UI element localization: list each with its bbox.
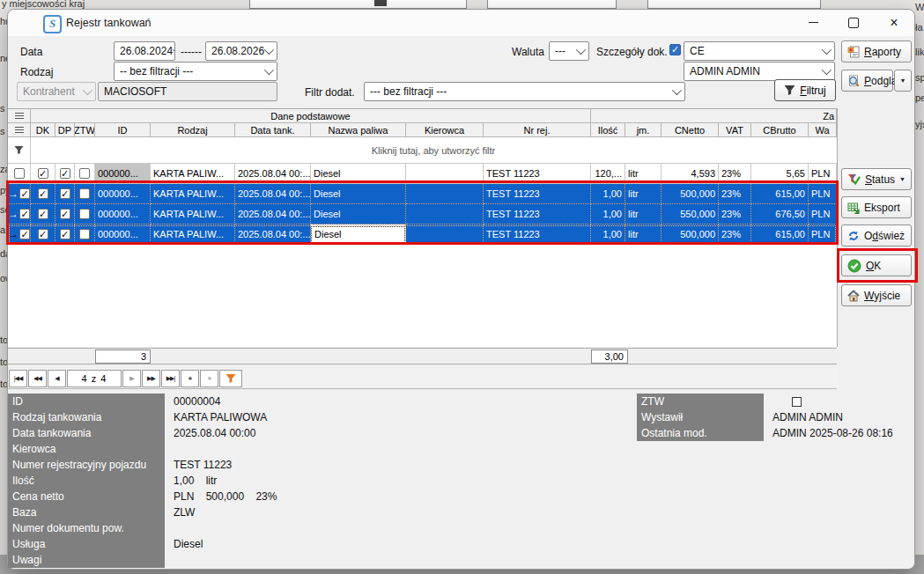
podglad-button[interactable]: Podgląd [841, 70, 893, 92]
column-header-indicator[interactable] [8, 123, 31, 137]
row-indicator-cell[interactable]: →✓ [8, 224, 31, 245]
dk-checkbox[interactable]: ✓ [38, 229, 48, 239]
cell-nr-rej[interactable]: TEST 11223 [484, 224, 591, 245]
ztw-detail-checkbox[interactable] [792, 397, 802, 407]
cell-cbrutto[interactable]: 615,00 [751, 184, 809, 204]
cell-dp[interactable]: ✓ [55, 164, 75, 184]
table-row[interactable]: →✓✓✓000000...KARTA PALIW...2025.08.04 00… [8, 184, 837, 204]
cell-kierowca[interactable] [406, 184, 484, 204]
status-button[interactable]: Status▼ [841, 168, 912, 190]
titlebar[interactable]: S Rejestr tankowań × [8, 10, 914, 36]
close-button[interactable]: × [875, 11, 913, 34]
grid-filter-row[interactable]: Kliknij tutaj, aby utworzyć filtr [8, 137, 837, 164]
cell-ilosc[interactable]: 120,... [591, 164, 625, 184]
cell-waluta[interactable]: PLN [809, 204, 837, 224]
cell-kierowca[interactable] [406, 204, 484, 224]
nav-next-page-button[interactable]: ▶▶ [142, 370, 160, 387]
nav-prior-button[interactable]: ◀ [48, 370, 66, 387]
column-header-jm.[interactable]: jm. [625, 123, 662, 137]
nav-last-button[interactable]: ▶▶| [161, 370, 180, 387]
cell-data-tank[interactable]: 2025.08.04 00:... [235, 164, 311, 184]
cell-cbrutto[interactable]: 676,50 [751, 204, 809, 224]
column-header-ID[interactable]: ID [95, 123, 151, 137]
dk-checkbox[interactable]: ✓ [38, 209, 48, 219]
cell-cbrutto[interactable]: 5,65 [751, 164, 809, 184]
cell-cnetto[interactable]: 550,000 [662, 204, 719, 224]
filter-hint[interactable]: Kliknij tutaj, aby utworzyć filtr [31, 137, 836, 163]
ztw-checkbox[interactable] [79, 229, 90, 239]
cell-dp[interactable]: ✓ [55, 224, 75, 245]
cell-nazwa-paliwa[interactable]: Diesel [311, 204, 406, 224]
cell-id[interactable]: 000000... [95, 204, 151, 224]
cell-vat[interactable]: 23% [719, 224, 751, 245]
column-header-Nr rej.[interactable]: Nr rej. [484, 123, 591, 137]
cell-vat[interactable]: 23% [719, 164, 751, 184]
table-row[interactable]: →✓✓✓000000...KARTA PALIW...2025.08.04 00… [8, 204, 837, 224]
nav-append-button[interactable]: ∗ [200, 370, 218, 387]
cell-dk[interactable]: ✓ [31, 164, 55, 184]
group-header-dane-podstawowe[interactable]: Dane podstawowe [31, 109, 591, 123]
nav-prior-page-button[interactable]: ◀◀ [28, 370, 47, 387]
row-select-checkbox[interactable]: ✓ [19, 229, 30, 239]
cell-vat[interactable]: 23% [719, 184, 751, 204]
row-select-checkbox[interactable] [14, 168, 25, 179]
row-indicator-cell[interactable]: →✓ [8, 204, 31, 224]
cell-ilosc[interactable]: 1,00 [591, 224, 625, 245]
admin-combo[interactable]: ADMIN ADMIN [684, 62, 835, 81]
cell-kierowca[interactable] [406, 164, 484, 184]
cell-dk[interactable]: ✓ [31, 204, 55, 224]
ztw-checkbox[interactable] [79, 209, 90, 219]
cell-kierowca[interactable] [406, 224, 484, 245]
column-header-ZTW[interactable]: ZTW [75, 123, 95, 137]
cell-ztw[interactable] [75, 164, 95, 184]
cell-jm[interactable]: litr [625, 204, 662, 224]
column-header-Kierowca[interactable]: Kierowca [406, 123, 484, 137]
cell-data-tank[interactable]: 2025.08.04 00:... [235, 224, 311, 245]
kontrahent-field[interactable]: MACIOSOFT [98, 82, 277, 101]
minimize-button[interactable] [794, 11, 832, 34]
column-header-CBrutto[interactable]: CBrutto [751, 123, 809, 137]
cell-id[interactable]: 000000... [95, 224, 151, 245]
cell-nazwa-paliwa[interactable]: Diesel [311, 224, 406, 245]
nav-filter-button[interactable] [219, 370, 242, 387]
nav-insert-button[interactable]: ∗ [181, 370, 199, 387]
cell-id[interactable]: 000000... [95, 164, 151, 184]
wyjscie-button[interactable]: Wyjście [841, 284, 912, 306]
cell-dp[interactable]: ✓ [55, 184, 75, 204]
dk-checkbox[interactable]: ✓ [38, 188, 48, 199]
column-header-DP[interactable]: DP [55, 123, 75, 137]
list-icon[interactable] [8, 109, 31, 123]
group-header-za[interactable]: Za [591, 109, 837, 123]
date-to-combo[interactable]: 26.08.2026 [205, 41, 277, 61]
cell-ilosc[interactable]: 1,00 [591, 204, 625, 224]
ok-button[interactable]: OK [841, 254, 912, 276]
cell-data-tank[interactable]: 2025.08.04 00:... [235, 204, 311, 224]
filter-funnel-icon[interactable] [8, 137, 31, 163]
cell-ztw[interactable] [75, 224, 95, 245]
cell-cbrutto[interactable]: 615,00 [751, 224, 809, 245]
cell-waluta[interactable]: PLN [809, 224, 837, 245]
cell-waluta[interactable]: PLN [809, 184, 837, 204]
cell-data-tank[interactable]: 2025.08.04 00:... [235, 184, 311, 204]
kontrahent-combo[interactable]: Kontrahent [17, 82, 96, 101]
cell-nr-rej[interactable]: TEST 11223 [484, 184, 591, 204]
rodzaj-combo[interactable]: -- bez filtracji --- [114, 62, 277, 81]
column-header-Wa[interactable]: Wa [809, 123, 837, 137]
cell-nazwa-paliwa[interactable]: Diesel [311, 164, 406, 184]
cell-dp[interactable]: ✓ [55, 204, 75, 224]
maximize-button[interactable] [834, 11, 873, 34]
column-header-DK[interactable]: DK [31, 123, 55, 137]
column-header-VAT[interactable]: VAT [719, 123, 751, 137]
cell-waluta[interactable]: PLN [809, 164, 837, 184]
column-header-Data tank.[interactable]: Data tank. [235, 123, 311, 137]
waluta-combo[interactable]: --- [549, 41, 589, 61]
row-select-checkbox[interactable]: ✓ [19, 209, 30, 219]
column-header-Rodzaj[interactable]: Rodzaj [151, 123, 235, 137]
cell-rodzaj[interactable]: KARTA PALIW... [151, 224, 235, 245]
raporty-button[interactable]: Raporty [841, 40, 912, 63]
eksport-button[interactable]: Eksport [841, 196, 912, 218]
dk-checkbox[interactable]: ✓ [38, 168, 48, 179]
cell-nr-rej[interactable]: TEST 11223 [484, 204, 591, 224]
cell-vat[interactable]: 23% [719, 204, 751, 224]
cell-nazwa-paliwa[interactable]: Diesel [311, 184, 406, 204]
